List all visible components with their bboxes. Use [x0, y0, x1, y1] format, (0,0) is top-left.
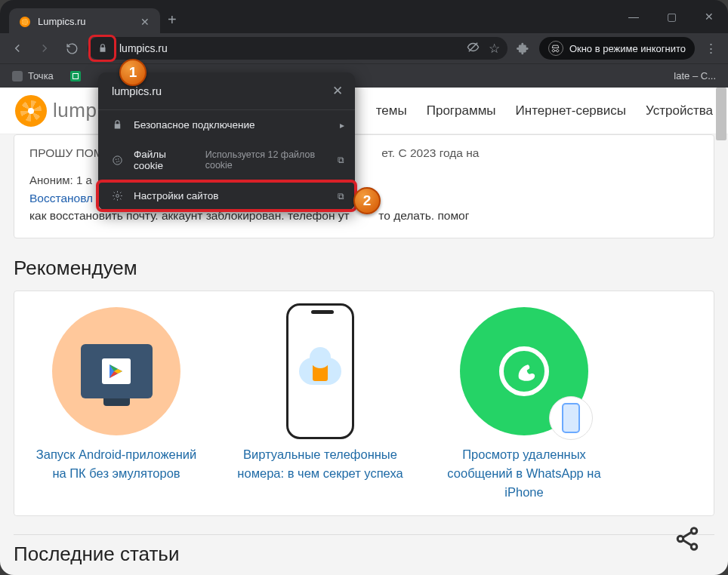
bookmark-favicon-2	[70, 71, 81, 81]
bookmark-item-2[interactable]	[70, 71, 86, 81]
popup-cookies-row[interactable]: Файлы cookie Используется 12 файлов cook…	[98, 140, 355, 180]
nav-item-3[interactable]: Интернет-сервисы	[516, 103, 627, 118]
bookmark-item-1[interactable]: Точка	[12, 70, 54, 81]
cookie-icon	[112, 155, 123, 166]
card-whatsapp[interactable]: Просмотр удаленных сообщений в WhatsApp …	[437, 303, 611, 501]
nav-item-2[interactable]: Программы	[427, 103, 496, 118]
url-text: lumpics.ru	[119, 42, 168, 54]
maximize-button[interactable]: ▢	[652, 0, 690, 33]
card-caption-2: Виртуальные телефонные номера: в чем сек…	[233, 445, 407, 483]
popup-secure-label: Безопасное подключение	[134, 119, 255, 131]
bookmark-label-1: Точка	[28, 70, 54, 81]
share-icon	[674, 525, 701, 552]
iphone-badge-icon	[549, 396, 593, 440]
recommend-section: Рекомендуем Зап	[14, 257, 714, 515]
toolbar: lumpics.ru ☆ Окно в режиме инкогнито ⋮	[0, 33, 728, 63]
popup-site-settings-label: Настройки сайтов	[134, 190, 218, 201]
lock-icon	[97, 43, 108, 54]
site-info-popup: lumpics.ru ✕ Безопасное подключение ▸ Фа…	[98, 72, 355, 211]
scrollbar-thumb[interactable]	[716, 88, 726, 140]
svg-point-10	[113, 155, 122, 164]
popup-cookies-sub: Используется 12 файлов cookie	[205, 149, 327, 171]
popup-site-settings-row[interactable]: Настройки сайтов ⧉	[98, 180, 355, 211]
bookmark-truncated[interactable]: late – C...	[674, 70, 716, 81]
window-controls: — ▢ ✕	[615, 0, 728, 33]
card-image-2	[233, 303, 407, 439]
bookmark-favicon-1	[12, 71, 23, 81]
favicon-icon	[20, 17, 30, 27]
minimize-button[interactable]: —	[615, 0, 652, 33]
card-virtual-numbers[interactable]: Виртуальные телефонные номера: в чем сек…	[233, 303, 407, 501]
share-button[interactable]	[668, 519, 707, 558]
incognito-icon	[548, 41, 563, 56]
reload-button[interactable]	[60, 37, 83, 60]
external-link-icon: ⧉	[338, 155, 344, 165]
browser-tab[interactable]: Lumpics.ru ✕	[9, 8, 160, 33]
back-button[interactable]	[6, 37, 29, 60]
card-image-3	[437, 303, 611, 439]
card-caption-1: Запуск Android-приложений на ПК без эмул…	[29, 445, 203, 483]
chevron-right-icon: ▸	[340, 120, 344, 131]
recommend-cards: Запуск Android-приложений на ПК без эмул…	[14, 291, 714, 515]
latest-section: Последние статьи	[14, 534, 714, 566]
svg-point-13	[116, 161, 118, 162]
extensions-button[interactable]	[512, 37, 535, 60]
svg-line-9	[683, 540, 692, 546]
popup-cookies-label: Файлы cookie	[134, 149, 190, 171]
svg-line-8	[683, 532, 692, 538]
nav-item-4[interactable]: Устройства	[646, 103, 713, 118]
step-badge-2: 2	[353, 187, 381, 214]
tab-title: Lumpics.ru	[38, 16, 133, 27]
site-nav: темы Программы Интернет-сервисы Устройст…	[376, 103, 713, 118]
logo-icon	[15, 95, 47, 127]
address-bar[interactable]: lumpics.ru ☆	[88, 37, 507, 60]
bookmark-star-icon[interactable]: ☆	[489, 41, 500, 57]
svg-point-11	[116, 158, 117, 160]
tracking-icon[interactable]	[467, 41, 480, 56]
svg-point-12	[118, 158, 119, 159]
new-tab-button[interactable]: +	[168, 11, 177, 29]
forward-button[interactable]	[33, 37, 56, 60]
incognito-indicator[interactable]: Окно в режиме инкогнито	[539, 37, 695, 60]
tab-strip: Lumpics.ru ✕ + — ▢ ✕	[0, 0, 728, 33]
comment-link[interactable]: Восстановл	[29, 192, 93, 204]
lock-icon	[112, 119, 123, 131]
addressbar-actions: ☆	[467, 41, 500, 57]
popup-secure-row[interactable]: Безопасное подключение ▸	[98, 110, 355, 140]
menu-button[interactable]: ⋮	[699, 37, 722, 60]
popup-close-icon[interactable]: ✕	[332, 83, 343, 99]
nav-item-1[interactable]: темы	[376, 103, 407, 118]
latest-title: Последние статьи	[14, 543, 714, 566]
popup-host: lumpics.ru	[112, 85, 162, 97]
card-image-1	[29, 303, 203, 439]
external-link-icon: ⧉	[338, 191, 344, 201]
step-badge-1: 1	[119, 59, 147, 86]
site-info-button[interactable]	[92, 39, 113, 57]
svg-point-14	[119, 161, 120, 162]
close-window-button[interactable]: ✕	[690, 0, 728, 33]
card-caption-3: Просмотр удаленных сообщений в WhatsApp …	[437, 445, 611, 501]
gear-icon	[112, 190, 123, 201]
incognito-label: Окно в режиме инкогнито	[569, 43, 686, 54]
card-android-pc[interactable]: Запуск Android-приложений на ПК без эмул…	[29, 303, 203, 501]
close-tab-icon[interactable]: ✕	[140, 17, 150, 27]
svg-point-15	[116, 195, 119, 198]
recommend-title: Рекомендуем	[14, 257, 714, 280]
